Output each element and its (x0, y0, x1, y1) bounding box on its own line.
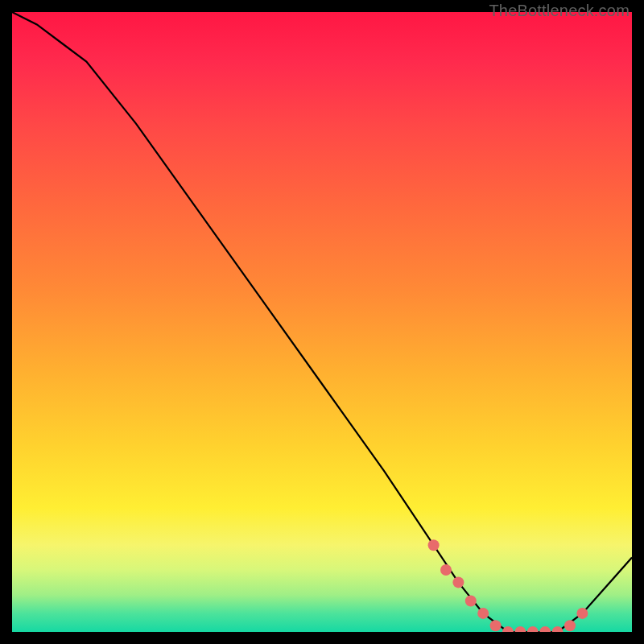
bottleneck-curve-path (12, 12, 632, 632)
highlight-point (514, 626, 526, 632)
highlight-point (465, 596, 477, 607)
highlight-point (527, 626, 539, 632)
highlight-point (502, 626, 514, 632)
highlight-point (539, 626, 551, 632)
highlight-point (428, 539, 440, 551)
highlight-point (452, 576, 464, 588)
chart-frame: TheBottleneck.com (0, 0, 644, 644)
highlight-point (490, 620, 502, 631)
highlight-point (440, 564, 452, 576)
plot-area (12, 12, 632, 632)
curve-svg (12, 12, 632, 632)
highlight-point (477, 608, 489, 619)
highlight-point (552, 626, 564, 632)
series-line (12, 12, 632, 632)
highlight-point (576, 608, 588, 619)
highlight-point (564, 620, 576, 631)
watermark-text: TheBottleneck.com (489, 2, 630, 20)
highlight-markers (428, 539, 588, 632)
